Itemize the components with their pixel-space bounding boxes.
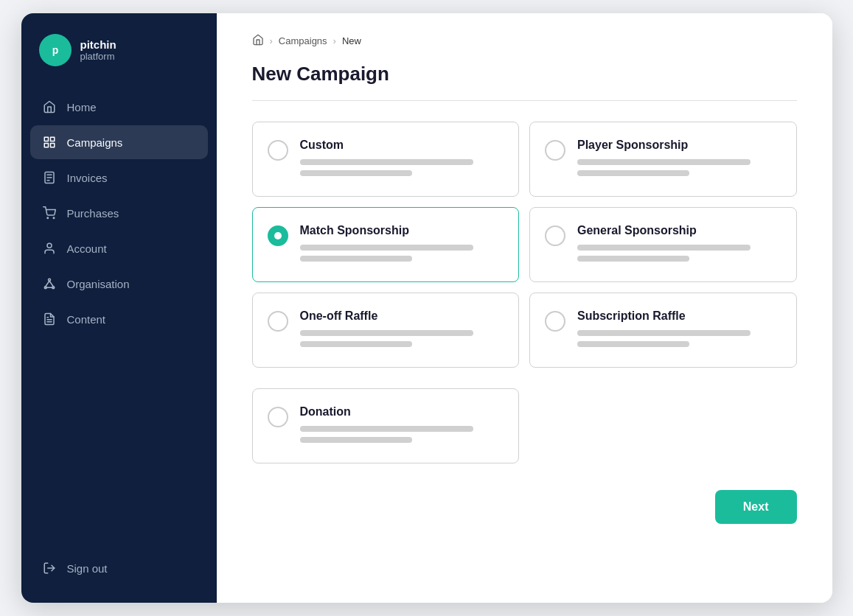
card-title-player-sponsorship: Player Sponsorship [577, 139, 781, 152]
breadcrumb-campaigns[interactable]: Campaigns [279, 35, 327, 46]
svg-line-17 [49, 281, 53, 287]
desc-line-1 [577, 330, 751, 336]
campaign-card-one-off-raffle[interactable]: One-off Raffle [252, 293, 520, 368]
card-content-one-off-raffle: One-off Raffle [300, 309, 504, 352]
sidebar-item-account[interactable]: Account [30, 231, 208, 265]
title-divider [252, 100, 797, 101]
campaign-type-grid: Custom Player Sponsorship [252, 122, 797, 368]
desc-line-2 [577, 170, 689, 176]
desc-line-1 [300, 330, 473, 336]
sidebar-item-label: Content [67, 313, 106, 326]
campaign-card-general-sponsorship[interactable]: General Sponsorship [529, 207, 797, 282]
sidebar-item-label: Purchases [67, 207, 119, 220]
sidebar-item-label: Organisation [67, 278, 130, 290]
signout-icon [42, 561, 57, 575]
campaign-card-match-sponsorship[interactable]: Match Sponsorship [252, 207, 520, 282]
sidebar-item-label: Sign out [67, 562, 108, 575]
card-title-match-sponsorship: Match Sponsorship [300, 224, 504, 237]
main-content: › Campaigns › New New Campaign Custom [217, 13, 832, 603]
svg-rect-4 [50, 144, 54, 147]
card-title-one-off-raffle: One-off Raffle [300, 309, 504, 323]
desc-line-2 [300, 256, 412, 262]
logo-text: pitchin platform [80, 38, 116, 62]
radio-donation[interactable] [268, 407, 288, 427]
campaign-card-donation[interactable]: Donation [252, 388, 520, 463]
radio-match-sponsorship[interactable] [268, 225, 288, 246]
app-window: p pitchin platform Home [21, 13, 832, 603]
campaign-card-custom[interactable]: Custom [252, 122, 520, 197]
next-row: Next [252, 484, 797, 524]
card-content-general-sponsorship: General Sponsorship [577, 224, 781, 267]
campaign-card-subscription-raffle[interactable]: Subscription Raffle [529, 293, 797, 368]
svg-rect-5 [44, 144, 48, 147]
card-content-donation: Donation [300, 405, 504, 448]
breadcrumb-current: New [342, 35, 361, 46]
radio-player-sponsorship[interactable] [545, 140, 565, 161]
sidebar-item-content[interactable]: Content [30, 302, 208, 336]
desc-line-2 [577, 256, 689, 262]
sidebar-item-label: Invoices [67, 172, 108, 184]
campaign-card-player-sponsorship[interactable]: Player Sponsorship [529, 122, 797, 197]
desc-line-1 [300, 245, 473, 251]
card-content-match-sponsorship: Match Sponsorship [300, 224, 504, 267]
breadcrumb: › Campaigns › New [252, 34, 797, 48]
invoices-icon [42, 170, 57, 185]
desc-line-2 [300, 341, 412, 347]
sidebar-item-invoices[interactable]: Invoices [30, 161, 208, 195]
home-icon [42, 99, 57, 114]
campaigns-icon [42, 135, 57, 150]
desc-line-1 [300, 159, 473, 165]
svg-text:p: p [52, 44, 58, 56]
desc-line-1 [577, 159, 751, 165]
sidebar: p pitchin platform Home [21, 13, 217, 603]
card-title-donation: Donation [300, 405, 504, 419]
sidebar-item-label: Account [67, 242, 107, 255]
sidebar-bottom: Sign out [21, 551, 217, 603]
purchases-icon [42, 206, 57, 220]
card-content-custom: Custom [300, 139, 504, 181]
sidebar-item-campaigns[interactable]: Campaigns [30, 125, 208, 159]
svg-point-11 [53, 217, 55, 219]
sidebar-nav: Home Campaigns [21, 90, 217, 336]
sidebar-item-purchases[interactable]: Purchases [30, 196, 208, 230]
card-title-custom: Custom [300, 139, 504, 152]
sidebar-logo: p pitchin platform [21, 13, 217, 90]
svg-rect-2 [44, 137, 48, 141]
bottom-row: Donation [252, 388, 797, 463]
home-breadcrumb-icon[interactable] [252, 34, 264, 48]
svg-point-10 [47, 217, 49, 219]
svg-line-16 [45, 281, 49, 287]
desc-line-1 [577, 245, 751, 251]
account-icon [42, 241, 57, 256]
organisation-icon [42, 276, 57, 291]
desc-line-2 [300, 437, 412, 443]
radio-subscription-raffle[interactable] [545, 311, 565, 332]
next-button[interactable]: Next [715, 490, 797, 524]
desc-line-1 [300, 426, 473, 432]
card-title-subscription-raffle: Subscription Raffle [577, 309, 781, 323]
desc-line-2 [577, 341, 689, 347]
sidebar-item-label: Campaigns [67, 136, 123, 149]
radio-one-off-raffle[interactable] [268, 311, 288, 332]
desc-line-2 [300, 170, 412, 176]
content-icon [42, 312, 57, 326]
card-content-subscription-raffle: Subscription Raffle [577, 309, 781, 352]
card-title-general-sponsorship: General Sponsorship [577, 224, 781, 237]
sidebar-item-signout[interactable]: Sign out [30, 551, 208, 585]
svg-rect-3 [50, 137, 54, 141]
sidebar-item-label: Home [67, 101, 97, 113]
page-title: New Campaign [252, 63, 797, 85]
sidebar-item-home[interactable]: Home [30, 90, 208, 124]
card-content-player-sponsorship: Player Sponsorship [577, 139, 781, 181]
breadcrumb-sep-1: › [270, 35, 273, 46]
svg-point-12 [47, 243, 52, 248]
sidebar-item-organisation[interactable]: Organisation [30, 267, 208, 301]
radio-general-sponsorship[interactable] [545, 225, 565, 246]
breadcrumb-sep-2: › [333, 35, 336, 46]
radio-custom[interactable] [268, 140, 288, 161]
logo-icon: p [39, 34, 72, 66]
